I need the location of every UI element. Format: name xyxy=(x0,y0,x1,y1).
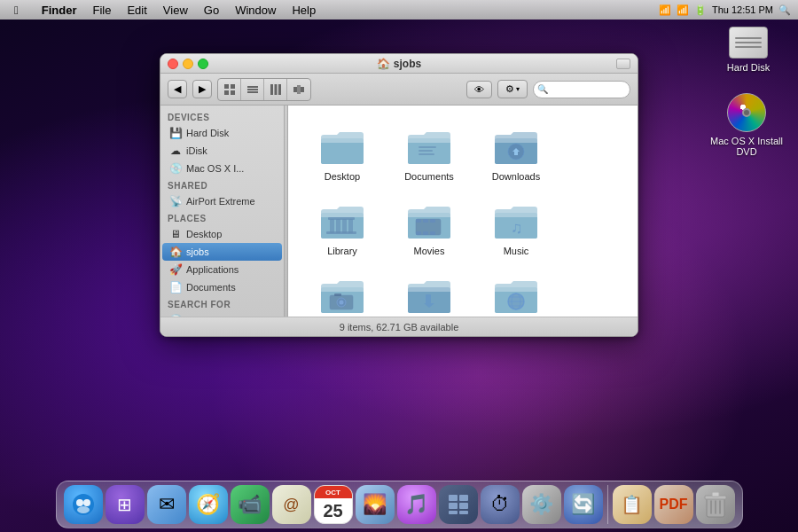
bluetooth-icon[interactable]: 📶 xyxy=(659,4,671,16)
dock-itunes[interactable]: 🎵 xyxy=(397,485,436,524)
svg-rect-51 xyxy=(449,511,458,514)
icon-view-button[interactable] xyxy=(218,79,241,100)
svg-rect-1 xyxy=(231,84,235,89)
hard-disk-icon xyxy=(729,27,768,59)
applications-icon: 🚀 xyxy=(169,263,182,276)
svg-rect-10 xyxy=(293,87,297,92)
dock-ical[interactable]: OCT 25 xyxy=(314,485,353,524)
svg-rect-21 xyxy=(348,219,353,233)
sidebar-item-today[interactable]: 🕐 Today xyxy=(162,311,282,317)
dvd-sidebar-label: Mac OS X I... xyxy=(186,163,244,174)
folder-documents-label: Documents xyxy=(404,171,454,182)
sidebar-item-macos-dvd[interactable]: 💿 Mac OS X I... xyxy=(162,160,282,177)
dock-trash[interactable] xyxy=(696,485,735,524)
folder-downloads-icon xyxy=(491,125,541,168)
sidebar-item-documents-place[interactable]: 📄 Documents xyxy=(162,278,282,296)
column-view-button[interactable] xyxy=(264,79,287,100)
svg-rect-14 xyxy=(419,150,433,152)
folder-documents[interactable]: Documents xyxy=(389,120,469,187)
action-button[interactable]: ⚙ ▾ xyxy=(497,80,528,98)
folder-pictures[interactable]: Pictures xyxy=(302,269,382,317)
airport-label: AirPort Extreme xyxy=(186,196,255,207)
window-resize-icon[interactable] xyxy=(616,59,630,69)
folder-desktop-icon xyxy=(317,125,367,168)
forward-button[interactable]: ▶ xyxy=(192,80,212,98)
title-text: sjobs xyxy=(394,58,421,70)
sidebar-item-idisk[interactable]: ☁ iDisk xyxy=(162,142,282,160)
search-for-header: SEARCH FOR xyxy=(160,296,284,311)
dock-addressbook[interactable]: @ xyxy=(272,485,311,524)
minimize-button[interactable] xyxy=(183,59,193,69)
dock-pdf[interactable]: PDF xyxy=(654,485,693,524)
menu-edit[interactable]: Edit xyxy=(120,2,153,19)
folder-library-icon xyxy=(317,200,367,242)
menu-window[interactable]: Window xyxy=(228,2,283,19)
dock-iphoto[interactable]: 🌄 xyxy=(356,485,395,524)
folder-library[interactable]: Library xyxy=(302,194,382,262)
svg-rect-55 xyxy=(712,492,719,497)
dock-systemprefs[interactable]: ⚙️ xyxy=(522,485,561,524)
folder-desktop[interactable]: Desktop xyxy=(302,120,382,187)
wifi-icon[interactable]: 📶 xyxy=(677,4,689,16)
dock-sync[interactable]: 🔄 xyxy=(564,485,603,524)
sjobs-icon: 🏠 xyxy=(169,246,182,258)
folder-music[interactable]: ♫ Music xyxy=(476,194,556,262)
dock-timemachine[interactable]: ⏱ xyxy=(481,485,520,524)
battery-icon[interactable]: 🔋 xyxy=(694,4,707,16)
dock: ⊞ ✉ 🧭 📹 @ xyxy=(56,481,743,528)
close-button[interactable] xyxy=(168,59,178,69)
hard-disk-desktop-icon[interactable]: Hard Disk xyxy=(713,27,784,73)
list-view-button[interactable] xyxy=(241,79,264,100)
folder-movies[interactable]: Movies xyxy=(389,194,469,262)
action-chevron-icon: ▾ xyxy=(516,85,520,93)
dock-mail[interactable]: ✉ xyxy=(147,485,186,524)
dvd-desktop-icon[interactable]: Mac OS X Install DVD xyxy=(708,93,786,157)
back-button[interactable]: ◀ xyxy=(168,80,187,98)
applications-label: Applications xyxy=(186,264,239,275)
svg-rect-18 xyxy=(330,219,334,233)
quick-look-button[interactable]: 👁 xyxy=(466,81,492,98)
maximize-button[interactable] xyxy=(198,59,208,69)
back-arrow-icon: ◀ xyxy=(174,83,181,95)
spotlight-icon[interactable]: 🔍 xyxy=(778,4,791,16)
menu-finder[interactable]: Finder xyxy=(35,2,84,19)
sidebar-item-sjobs[interactable]: 🏠 sjobs xyxy=(162,243,282,261)
folder-public[interactable]: Public xyxy=(389,269,469,317)
dock-separator xyxy=(607,485,608,524)
sidebar-item-applications[interactable]: 🚀 Applications xyxy=(162,261,282,278)
svg-rect-3 xyxy=(231,90,235,95)
coverflow-view-button[interactable] xyxy=(287,79,310,100)
apple-menu[interactable]:  xyxy=(7,2,26,19)
eye-icon: 👁 xyxy=(474,84,484,95)
folder-music-icon: ♫ xyxy=(491,200,541,242)
sidebar-item-desktop-place[interactable]: 🖥 Desktop xyxy=(162,225,282,243)
sidebar-item-hard-disk[interactable]: 💾 Hard Disk xyxy=(162,124,282,142)
menu-view[interactable]: View xyxy=(156,2,195,19)
dock-expose[interactable] xyxy=(439,485,478,524)
sidebar-resize-handle[interactable] xyxy=(285,106,288,317)
dock-container: ⊞ ✉ 🧭 📹 @ xyxy=(0,461,798,532)
svg-rect-8 xyxy=(274,84,277,95)
dock-dashboard[interactable]: ⊞ xyxy=(106,485,145,524)
svg-rect-30 xyxy=(430,231,435,235)
menu-go[interactable]: Go xyxy=(197,2,226,19)
dock-facetime[interactable]: 📹 xyxy=(231,485,270,524)
menu-help[interactable]: Help xyxy=(285,2,323,19)
menu-file[interactable]: File xyxy=(85,2,118,19)
svg-rect-36 xyxy=(426,294,431,303)
svg-rect-22 xyxy=(328,217,355,220)
svg-rect-47 xyxy=(449,495,458,501)
folder-music-label: Music xyxy=(504,246,529,256)
folder-documents-icon xyxy=(404,125,454,168)
svg-rect-48 xyxy=(459,495,468,501)
folder-downloads[interactable]: Downloads xyxy=(476,120,556,187)
dock-safari[interactable]: 🧭 xyxy=(189,485,228,524)
desktop-place-icon: 🖥 xyxy=(169,228,182,240)
sidebar-item-airport[interactable]: 📡 AirPort Extreme xyxy=(162,192,282,210)
svg-point-45 xyxy=(83,499,90,506)
dock-finder[interactable] xyxy=(64,485,103,524)
folder-sites[interactable]: Sites xyxy=(476,269,556,317)
folder-movies-icon xyxy=(404,200,454,242)
dock-preview[interactable]: 📋 xyxy=(613,485,652,524)
svg-rect-7 xyxy=(270,84,273,95)
